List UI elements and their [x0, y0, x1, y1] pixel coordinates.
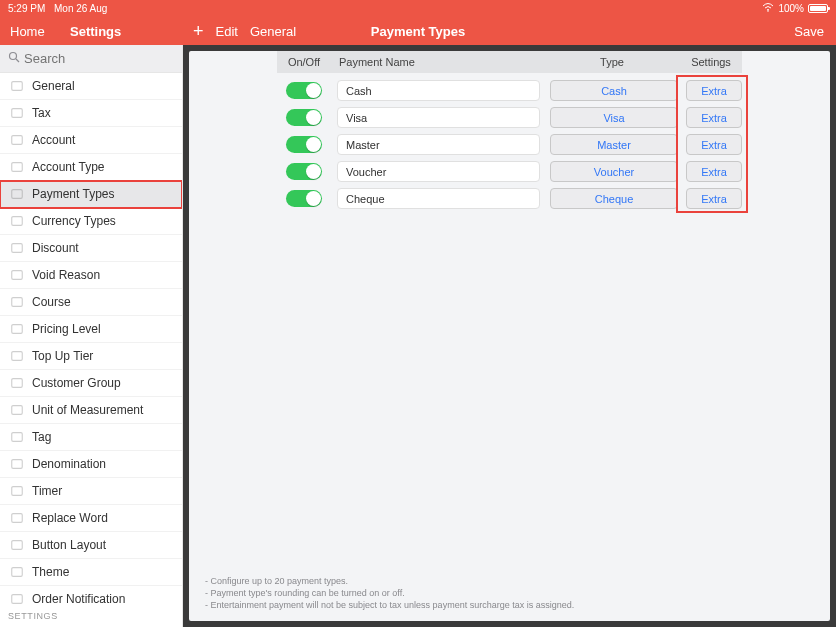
- menu-item-icon: [8, 455, 26, 473]
- sidebar-item-account[interactable]: Account: [0, 127, 182, 154]
- table-header: On/Off Payment Name Type Settings: [277, 51, 742, 73]
- sidebar-item-label: Timer: [32, 484, 62, 498]
- sidebar-item-customer-group[interactable]: Customer Group: [0, 370, 182, 397]
- sidebar-item-label: Tax: [32, 106, 51, 120]
- sidebar-item-label: Discount: [32, 241, 79, 255]
- sidebar-item-pricing-level[interactable]: Pricing Level: [0, 316, 182, 343]
- menu-item-icon: [8, 374, 26, 392]
- menu-item-icon: [8, 509, 26, 527]
- menu-item-icon: [8, 185, 26, 203]
- sidebar-item-label: Customer Group: [32, 376, 121, 390]
- table-rows: CashExtraVisaExtraMasterExtraVoucherExtr…: [277, 73, 742, 212]
- col-type: Type: [544, 56, 680, 68]
- type-button-voucher[interactable]: Voucher: [550, 161, 678, 182]
- table-row: VoucherExtra: [277, 158, 742, 185]
- sidebar-menu[interactable]: GeneralTaxAccountAccount TypePayment Typ…: [0, 73, 182, 605]
- sidebar-item-label: Account Type: [32, 160, 105, 174]
- sidebar-item-replace-word[interactable]: Replace Word: [0, 505, 182, 532]
- type-button-cheque[interactable]: Cheque: [550, 188, 678, 209]
- menu-item-icon: [8, 536, 26, 554]
- status-bar: 5:29 PM Mon 26 Aug 100%: [0, 0, 836, 17]
- wifi-icon: [762, 3, 774, 14]
- toggle-voucher[interactable]: [286, 163, 322, 180]
- sidebar-item-general[interactable]: General: [0, 73, 182, 100]
- svg-rect-16: [12, 433, 23, 442]
- payment-name-input[interactable]: [337, 107, 540, 128]
- footnote: Entertainment payment will not be subjec…: [205, 599, 814, 611]
- statusbar-date: Mon 26 Aug: [54, 3, 107, 14]
- svg-rect-4: [12, 109, 23, 118]
- menu-item-icon: [8, 131, 26, 149]
- svg-rect-7: [12, 190, 23, 199]
- svg-rect-6: [12, 163, 23, 172]
- sidebar-item-label: Course: [32, 295, 71, 309]
- svg-rect-5: [12, 136, 23, 145]
- sidebar-item-currency-types[interactable]: Currency Types: [0, 208, 182, 235]
- col-settings: Settings: [680, 56, 742, 68]
- svg-rect-10: [12, 271, 23, 280]
- header-bar: Home Settings + Edit General Payment Typ…: [0, 17, 836, 45]
- sidebar-item-discount[interactable]: Discount: [0, 235, 182, 262]
- sidebar-footer: SETTINGS: [0, 605, 182, 627]
- extra-button-master[interactable]: Extra: [686, 134, 742, 155]
- type-button-master[interactable]: Master: [550, 134, 678, 155]
- svg-rect-20: [12, 541, 23, 550]
- sidebar-item-label: Unit of Measurement: [32, 403, 143, 417]
- home-button[interactable]: Home: [0, 24, 60, 39]
- edit-button[interactable]: Edit: [216, 24, 238, 39]
- toggle-visa[interactable]: [286, 109, 322, 126]
- type-button-visa[interactable]: Visa: [550, 107, 678, 128]
- sidebar-item-tax[interactable]: Tax: [0, 100, 182, 127]
- extra-button-voucher[interactable]: Extra: [686, 161, 742, 182]
- toggle-cash[interactable]: [286, 82, 322, 99]
- type-button-cash[interactable]: Cash: [550, 80, 678, 101]
- main-panel-outer: On/Off Payment Name Type Settings CashEx…: [183, 45, 836, 627]
- table-row: VisaExtra: [277, 104, 742, 131]
- sidebar-item-order-notification[interactable]: Order Notification: [0, 586, 182, 605]
- svg-rect-8: [12, 217, 23, 226]
- sidebar-item-payment-types[interactable]: Payment Types: [0, 181, 182, 208]
- sidebar-item-denomination[interactable]: Denomination: [0, 451, 182, 478]
- toggle-master[interactable]: [286, 136, 322, 153]
- sidebar-item-tag[interactable]: Tag: [0, 424, 182, 451]
- sidebar: GeneralTaxAccountAccount TypePayment Typ…: [0, 45, 183, 627]
- sidebar-item-timer[interactable]: Timer: [0, 478, 182, 505]
- svg-rect-14: [12, 379, 23, 388]
- sidebar-item-account-type[interactable]: Account Type: [0, 154, 182, 181]
- payment-name-input[interactable]: [337, 188, 540, 209]
- menu-item-icon: [8, 347, 26, 365]
- menu-item-icon: [8, 212, 26, 230]
- sidebar-item-theme[interactable]: Theme: [0, 559, 182, 586]
- sidebar-item-label: Tag: [32, 430, 51, 444]
- menu-item-icon: [8, 590, 26, 605]
- payment-name-input[interactable]: [337, 80, 540, 101]
- add-button[interactable]: +: [193, 22, 204, 40]
- sidebar-item-label: Pricing Level: [32, 322, 101, 336]
- menu-item-icon: [8, 239, 26, 257]
- svg-rect-18: [12, 487, 23, 496]
- statusbar-time: 5:29 PM: [8, 3, 45, 14]
- extra-button-cash[interactable]: Extra: [686, 80, 742, 101]
- payment-name-input[interactable]: [337, 134, 540, 155]
- extra-button-cheque[interactable]: Extra: [686, 188, 742, 209]
- toggle-cheque[interactable]: [286, 190, 322, 207]
- menu-item-icon: [8, 77, 26, 95]
- sidebar-item-label: Order Notification: [32, 592, 125, 605]
- search-box[interactable]: [0, 45, 182, 73]
- sidebar-item-button-layout[interactable]: Button Layout: [0, 532, 182, 559]
- svg-rect-15: [12, 406, 23, 415]
- svg-rect-19: [12, 514, 23, 523]
- sidebar-item-top-up-tier[interactable]: Top Up Tier: [0, 343, 182, 370]
- sidebar-item-label: Button Layout: [32, 538, 106, 552]
- sidebar-item-label: Payment Types: [32, 187, 115, 201]
- sidebar-item-void-reason[interactable]: Void Reason: [0, 262, 182, 289]
- sidebar-item-label: Replace Word: [32, 511, 108, 525]
- payment-name-input[interactable]: [337, 161, 540, 182]
- svg-rect-17: [12, 460, 23, 469]
- extra-button-visa[interactable]: Extra: [686, 107, 742, 128]
- sidebar-item-unit-of-measurement[interactable]: Unit of Measurement: [0, 397, 182, 424]
- save-button[interactable]: Save: [794, 24, 824, 39]
- general-button[interactable]: General: [250, 24, 296, 39]
- sidebar-item-course[interactable]: Course: [0, 289, 182, 316]
- search-input[interactable]: [24, 51, 174, 66]
